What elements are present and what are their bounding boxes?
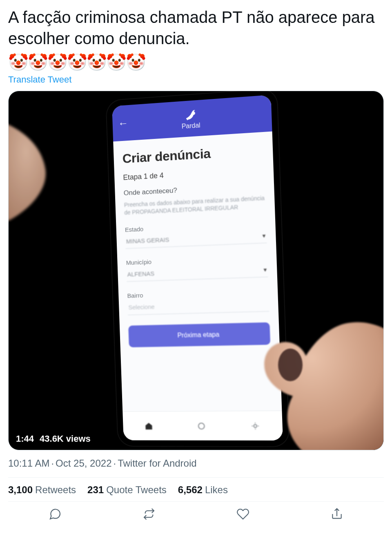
- chevron-down-icon: ▾: [262, 232, 266, 239]
- tweet-time[interactable]: 10:11 AM: [8, 458, 49, 469]
- back-icon[interactable]: ←: [118, 116, 129, 130]
- app-name: Pardal: [181, 122, 200, 130]
- tweet-actions: [8, 501, 384, 529]
- clown-emoji: 🤡: [47, 52, 68, 72]
- quotes-stat[interactable]: 231Quote Tweets: [87, 484, 167, 496]
- field-municipio: Município ALFENAS ▾: [126, 254, 268, 282]
- reply-button[interactable]: [47, 506, 63, 522]
- phone-screen: ← Pardal Criar denúncia Etapa 1 de 4 Ond…: [112, 95, 283, 440]
- nav-report-icon[interactable]: [144, 421, 154, 432]
- phone-mockup: ← Pardal Criar denúncia Etapa 1 de 4 Ond…: [106, 91, 289, 446]
- likes-stat[interactable]: 6,562Likes: [178, 484, 228, 496]
- next-step-button[interactable]: Próxima etapa: [128, 322, 270, 347]
- clown-emoji: 🤡: [126, 52, 146, 72]
- chevron-down-icon: ▾: [263, 266, 267, 274]
- tweet-text: A facção criminosa chamada PT não aparec…: [8, 7, 384, 49]
- field-estado: Estado MINAS GERAIS ▾: [125, 220, 267, 249]
- select-estado[interactable]: MINAS GERAIS ▾: [125, 230, 267, 248]
- app-brand: Pardal: [181, 107, 200, 130]
- app-body: Criar denúncia Etapa 1 de 4 Onde acontec…: [113, 132, 282, 411]
- value-municipio: ALFENAS: [127, 270, 154, 278]
- tweet-source[interactable]: Twitter for Android: [118, 458, 196, 469]
- video-duration: 1:44: [16, 434, 34, 444]
- select-municipio[interactable]: ALFENAS ▾: [126, 264, 268, 282]
- app-title: Criar denúncia: [122, 143, 264, 166]
- retweet-button[interactable]: [141, 506, 157, 522]
- svg-point-1: [254, 424, 257, 427]
- video-views: 43.6K views: [40, 434, 91, 444]
- retweets-stat[interactable]: 3,100Retweets: [8, 484, 76, 496]
- clown-emoji: 🤡: [28, 52, 48, 72]
- divider: [8, 477, 384, 478]
- svg-point-0: [198, 423, 205, 429]
- translate-tweet-link[interactable]: Translate Tweet: [8, 74, 384, 85]
- value-estado: MINAS GERAIS: [126, 236, 169, 245]
- clown-emoji: 🤡: [106, 52, 127, 72]
- tweet-stats: 3,100Retweets 231Quote Tweets 6,562Likes: [8, 484, 384, 496]
- tweet-video[interactable]: ← Pardal Criar denúncia Etapa 1 de 4 Ond…: [8, 91, 384, 450]
- label-municipio: Município: [126, 254, 267, 266]
- app-bottom-nav: [122, 411, 283, 440]
- input-bairro[interactable]: Selecione: [127, 298, 269, 315]
- pardal-logo-icon: [183, 107, 198, 122]
- tweet-meta: 10:11 AM·Oct 25, 2022·Twitter for Androi…: [8, 458, 384, 469]
- hand-left-silhouette: [8, 120, 53, 226]
- field-bairro: Bairro Selecione: [127, 288, 269, 315]
- app-step: Etapa 1 de 4: [123, 165, 264, 182]
- clown-emoji: 🤡: [67, 52, 87, 72]
- like-button[interactable]: [235, 506, 251, 522]
- label-bairro: Bairro: [127, 288, 269, 299]
- nav-middle-icon[interactable]: [196, 420, 207, 431]
- tweet-container: A facção criminosa chamada PT não aparec…: [0, 0, 392, 532]
- app-hint: Preencha os dados abaixo para realizar a…: [124, 194, 266, 217]
- tweet-date[interactable]: Oct 25, 2022: [56, 458, 111, 469]
- clown-emoji: 🤡: [8, 52, 29, 72]
- video-overlay: 1:44 43.6K views: [16, 434, 91, 444]
- share-button[interactable]: [329, 506, 345, 522]
- clown-emoji: 🤡: [87, 52, 107, 72]
- tweet-emoji-row: 🤡🤡🤡🤡🤡🤡🤡: [8, 52, 384, 72]
- nav-right-icon[interactable]: [249, 420, 261, 431]
